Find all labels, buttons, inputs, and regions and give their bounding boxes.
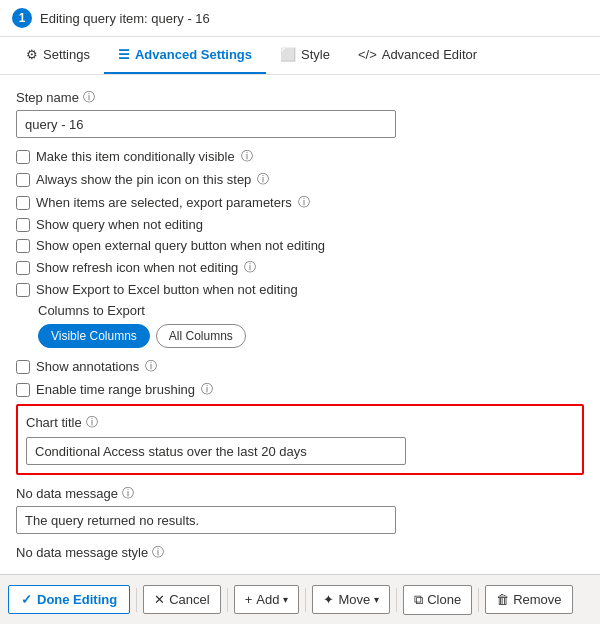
- tab-advanced-editor[interactable]: </> Advanced Editor: [344, 37, 491, 74]
- divider-4: [396, 588, 397, 612]
- step-name-info-icon[interactable]: ⓘ: [83, 89, 95, 106]
- no-data-message-label: No data message ⓘ: [16, 485, 584, 502]
- time-range-checkbox[interactable]: [16, 383, 30, 397]
- columns-export-section: Columns to Export Visible Columns All Co…: [38, 303, 584, 348]
- move-button[interactable]: ✦ Move ▾: [312, 585, 390, 614]
- tabs-bar: ⚙ Settings ☰ Advanced Settings ⬜ Style <…: [0, 37, 600, 75]
- step-name-label: Step name ⓘ: [16, 89, 584, 106]
- all-columns-button[interactable]: All Columns: [156, 324, 246, 348]
- divider-3: [305, 588, 306, 612]
- no-data-message-input[interactable]: [16, 506, 396, 534]
- checkbox-export-excel: Show Export to Excel button when not edi…: [16, 282, 584, 297]
- add-chevron-icon: ▾: [283, 594, 288, 605]
- title-bar: 1 Editing query item: query - 16: [0, 0, 600, 37]
- add-icon: +: [245, 592, 253, 607]
- refresh-icon-checkbox[interactable]: [16, 261, 30, 275]
- move-chevron-icon: ▾: [374, 594, 379, 605]
- add-button[interactable]: + Add ▾: [234, 585, 300, 614]
- page-title: Editing query item: query - 16: [40, 11, 210, 26]
- checkbox-refresh-icon: Show refresh icon when not editing ⓘ: [16, 259, 584, 276]
- conditional-visible-checkbox[interactable]: [16, 150, 30, 164]
- open-external-checkbox[interactable]: [16, 239, 30, 253]
- form-content: Step name ⓘ Make this item conditionally…: [0, 75, 600, 563]
- show-query-checkbox[interactable]: [16, 218, 30, 232]
- chart-title-info-icon[interactable]: ⓘ: [86, 414, 98, 431]
- remove-icon: 🗑: [496, 592, 509, 607]
- style-icon: ⬜: [280, 47, 296, 62]
- checkbox-annotations: Show annotations ⓘ: [16, 358, 584, 375]
- done-editing-button[interactable]: ✓ Done Editing: [8, 585, 130, 614]
- tab-settings[interactable]: ⚙ Settings: [12, 37, 104, 74]
- no-data-message-info-icon[interactable]: ⓘ: [122, 485, 134, 502]
- chart-title-label: Chart title ⓘ: [26, 414, 574, 431]
- checkbox-conditional-visible: Make this item conditionally visible ⓘ: [16, 148, 584, 165]
- checkbox-open-external: Show open external query button when not…: [16, 238, 584, 253]
- cancel-button[interactable]: ✕ Cancel: [143, 585, 220, 614]
- step-name-input[interactable]: [16, 110, 396, 138]
- export-params-info-icon[interactable]: ⓘ: [298, 194, 310, 211]
- checkbox-pin-icon: Always show the pin icon on this step ⓘ: [16, 171, 584, 188]
- no-data-style-label: No data message style ⓘ: [16, 544, 584, 561]
- export-excel-checkbox[interactable]: [16, 283, 30, 297]
- advanced-settings-icon: ☰: [118, 47, 130, 62]
- annotations-info-icon[interactable]: ⓘ: [145, 358, 157, 375]
- columns-buttons: Visible Columns All Columns: [38, 324, 584, 348]
- chart-title-input[interactable]: [26, 437, 406, 465]
- tab-advanced-settings[interactable]: ☰ Advanced Settings: [104, 37, 266, 74]
- no-data-style-info-icon[interactable]: ⓘ: [152, 544, 164, 561]
- checkbox-show-query: Show query when not editing: [16, 217, 584, 232]
- clone-button[interactable]: ⧉ Clone: [403, 585, 472, 615]
- columns-to-export-label: Columns to Export: [38, 303, 584, 318]
- no-data-message-group: No data message ⓘ: [16, 485, 584, 534]
- step-badge: 1: [12, 8, 32, 28]
- settings-icon: ⚙: [26, 47, 38, 62]
- checkbox-time-range: Enable time range brushing ⓘ: [16, 381, 584, 398]
- conditional-visible-info-icon[interactable]: ⓘ: [241, 148, 253, 165]
- visible-columns-button[interactable]: Visible Columns: [38, 324, 150, 348]
- divider-5: [478, 588, 479, 612]
- export-params-checkbox[interactable]: [16, 196, 30, 210]
- pin-icon-info-icon[interactable]: ⓘ: [257, 171, 269, 188]
- tab-style[interactable]: ⬜ Style: [266, 37, 344, 74]
- pin-icon-checkbox[interactable]: [16, 173, 30, 187]
- time-range-info-icon[interactable]: ⓘ: [201, 381, 213, 398]
- remove-button[interactable]: 🗑 Remove: [485, 585, 572, 614]
- bottom-bar: ✓ Done Editing ✕ Cancel + Add ▾ ✦ Move ▾…: [0, 574, 600, 624]
- done-check-icon: ✓: [21, 592, 32, 607]
- cancel-icon: ✕: [154, 592, 165, 607]
- move-icon: ✦: [323, 592, 334, 607]
- refresh-icon-info-icon[interactable]: ⓘ: [244, 259, 256, 276]
- step-name-group: Step name ⓘ: [16, 89, 584, 138]
- advanced-editor-icon: </>: [358, 47, 377, 62]
- divider-1: [136, 588, 137, 612]
- clone-icon: ⧉: [414, 592, 423, 608]
- divider-2: [227, 588, 228, 612]
- no-data-style-group: No data message style ⓘ Info Warning Err…: [16, 544, 584, 563]
- chart-title-box: Chart title ⓘ: [16, 404, 584, 475]
- annotations-checkbox[interactable]: [16, 360, 30, 374]
- checkbox-export-params: When items are selected, export paramete…: [16, 194, 584, 211]
